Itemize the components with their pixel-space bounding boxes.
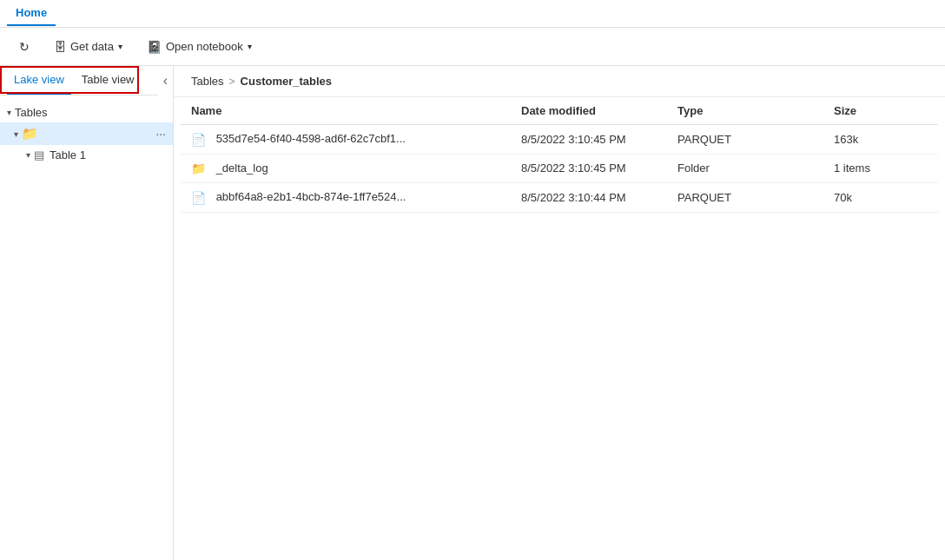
table-view-tab[interactable]: Table view xyxy=(75,66,142,95)
table-row[interactable]: 📁 _delta_log 8/5/2022 3:10:45 PM Folder … xyxy=(181,154,938,183)
get-data-button[interactable]: 🗄 Get data ▾ xyxy=(45,36,131,58)
table1-item[interactable]: ▾ ▤ Table 1 xyxy=(0,145,173,165)
folder-row-icon: 📁 xyxy=(191,161,206,175)
table-icon: ▤ xyxy=(34,148,44,161)
top-bar: Home xyxy=(0,0,945,28)
file-icon: 📄 xyxy=(191,133,206,147)
file-date-0: 8/5/2022 3:10:45 PM xyxy=(511,125,667,155)
table-row[interactable]: 📄 abbf64a8-e2b1-4bcb-874e-1ff7e524... 8/… xyxy=(181,183,938,213)
breadcrumb: Tables > Customer_tables xyxy=(174,66,945,97)
file-name-0: 535d7e54-6f40-4598-ad6f-62c7cbf1... xyxy=(216,132,406,145)
tables-chevron-icon: ▾ xyxy=(7,108,11,117)
open-notebook-button[interactable]: 📓 Open notebook ▾ xyxy=(138,36,261,58)
file-type-2: PARQUET xyxy=(667,183,823,213)
database-icon: 🗄 xyxy=(54,40,66,54)
col-header-size: Size xyxy=(823,97,938,125)
file-name-cell-2: 📄 abbf64a8-e2b1-4bcb-874e-1ff7e524... xyxy=(181,183,511,213)
folder-chevron-icon: ▾ xyxy=(14,129,18,139)
file-size-1: 1 items xyxy=(823,154,938,183)
file-icon-2: 📄 xyxy=(191,191,206,205)
breadcrumb-tables-link[interactable]: Tables xyxy=(191,75,224,88)
notebook-icon: 📓 xyxy=(147,40,162,54)
breadcrumb-separator: > xyxy=(229,76,235,88)
lake-view-tab[interactable]: Lake view xyxy=(7,66,71,95)
file-size-0: 163k xyxy=(823,125,938,155)
sidebar: Lake view Table view ‹ ▾ Tables ▾ 📁 ··· xyxy=(0,66,174,560)
more-options-button[interactable]: ··· xyxy=(155,127,166,141)
open-notebook-label: Open notebook xyxy=(166,40,243,53)
refresh-icon: ↻ xyxy=(19,40,30,54)
file-date-1: 8/5/2022 3:10:45 PM xyxy=(511,154,667,183)
file-table-body: 📄 535d7e54-6f40-4598-ad6f-62c7cbf1... 8/… xyxy=(181,125,938,213)
open-notebook-chevron: ▾ xyxy=(248,42,252,51)
get-data-chevron: ▾ xyxy=(118,42,122,51)
folder-name-cell: 📁 _delta_log xyxy=(181,154,511,183)
tables-section: ▾ Tables ▾ 📁 ··· ▾ ▤ Table 1 xyxy=(0,102,173,165)
main-layout: Lake view Table view ‹ ▾ Tables ▾ 📁 ··· xyxy=(0,66,945,560)
file-date-2: 8/5/2022 3:10:44 PM xyxy=(511,183,667,213)
table-row[interactable]: 📄 535d7e54-6f40-4598-ad6f-62c7cbf1... 8/… xyxy=(181,125,938,155)
tables-folder-item[interactable]: ▾ 📁 ··· xyxy=(0,122,173,145)
sidebar-tabs: Lake view Table view xyxy=(0,66,158,96)
table1-label: Table 1 xyxy=(50,148,86,161)
file-name-2: abbf64a8-e2b1-4bcb-874e-1ff7e524... xyxy=(216,190,406,203)
col-header-type: Type xyxy=(667,97,823,125)
sidebar-tree: ▾ Tables ▾ 📁 ··· ▾ ▤ Table 1 xyxy=(0,96,173,172)
folder-icon: 📁 xyxy=(22,126,38,142)
file-name-cell: 📄 535d7e54-6f40-4598-ad6f-62c7cbf1... xyxy=(181,125,511,155)
file-table: Name Date modified Type Size 📄 535d7e54-… xyxy=(181,97,938,213)
file-table-container: Name Date modified Type Size 📄 535d7e54-… xyxy=(174,97,945,560)
tables-section-header[interactable]: ▾ Tables xyxy=(0,102,173,122)
home-tab[interactable]: Home xyxy=(7,1,56,26)
refresh-button[interactable]: ↻ xyxy=(10,36,38,58)
file-type-1: Folder xyxy=(667,154,823,183)
toolbar: ↻ 🗄 Get data ▾ 📓 Open notebook ▾ xyxy=(0,28,945,66)
tables-label: Tables xyxy=(15,106,48,119)
file-size-2: 70k xyxy=(823,183,938,213)
file-type-0: PARQUET xyxy=(667,125,823,155)
col-header-date: Date modified xyxy=(511,97,667,125)
content-area: Tables > Customer_tables Name Date modif… xyxy=(174,66,945,560)
get-data-label: Get data xyxy=(70,40,114,53)
file-name-1: _delta_log xyxy=(216,161,268,175)
table1-chevron-icon: ▾ xyxy=(26,150,30,160)
file-table-header: Name Date modified Type Size xyxy=(181,97,938,125)
breadcrumb-current: Customer_tables xyxy=(241,75,332,88)
collapse-sidebar-button[interactable]: ‹ xyxy=(158,69,173,92)
col-header-name: Name xyxy=(181,97,511,125)
